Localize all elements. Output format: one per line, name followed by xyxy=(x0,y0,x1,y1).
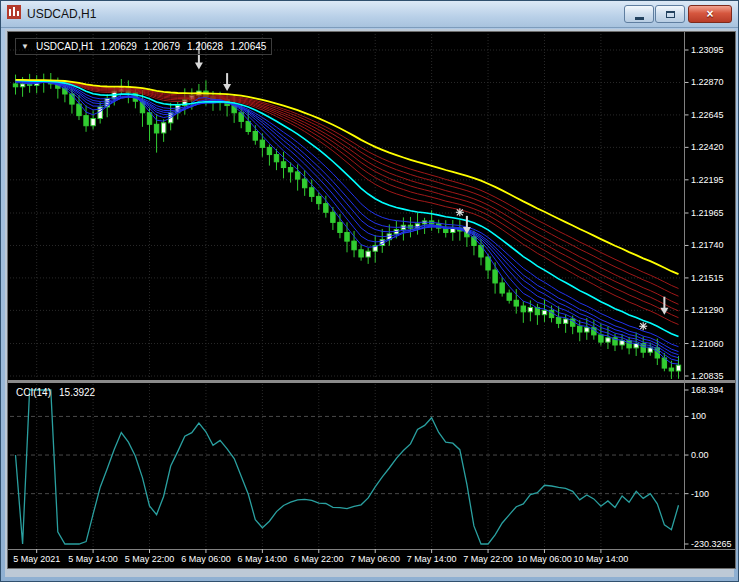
chart-icon xyxy=(7,5,21,23)
close-button[interactable]: × xyxy=(688,5,732,23)
fast-ema-band xyxy=(16,81,679,352)
price-axis-label: 1.21515 xyxy=(691,273,724,283)
fast-ema-band xyxy=(16,82,679,361)
cci-axis: 168.3941000.00-100-230.3265 xyxy=(10,385,732,549)
price-axis-label: 1.22645 xyxy=(691,110,724,120)
cci-name: CCI(14) xyxy=(16,387,51,398)
info-close: 1.20645 xyxy=(230,41,266,52)
info-open: 1.20629 xyxy=(101,41,137,52)
cci-axis-label: 0.00 xyxy=(691,450,709,460)
sell-arrow-icon xyxy=(663,297,665,309)
minimize-button[interactable] xyxy=(624,5,654,23)
close-icon: × xyxy=(706,8,713,20)
window: USDCAD,H1 × 1.230951.228701.226451.22420… xyxy=(0,0,739,582)
price-axis-label: 1.21060 xyxy=(691,339,724,349)
time-axis-label: 6 May 14:00 xyxy=(238,554,288,564)
chart-client: 1.230951.228701.226451.224201.221951.219… xyxy=(5,29,734,577)
sell-arrow-icon xyxy=(226,73,228,85)
time-axis-label: 5 May 14:00 xyxy=(68,554,118,564)
fast-ema-band xyxy=(16,81,679,347)
price-axis: 1.230951.228701.226451.224201.221951.219… xyxy=(685,45,724,381)
time-axis: 5 May 20215 May 14:005 May 22:006 May 06… xyxy=(13,549,628,564)
price-axis-label: 1.21740 xyxy=(691,240,724,250)
minimize-icon xyxy=(635,17,644,20)
sell-arrow-icon xyxy=(466,216,468,228)
window-title: USDCAD,H1 xyxy=(27,7,96,21)
fast-ema-band xyxy=(16,81,679,355)
time-axis-label: 10 May 14:00 xyxy=(574,554,629,564)
ohlc-info: ▼ USDCAD,H1 1.20629 1.20679 1.20628 1.20… xyxy=(15,38,272,55)
cci-line xyxy=(16,390,679,544)
cci-axis-label: -100 xyxy=(691,489,709,499)
one-click-arrow-icon[interactable]: ▼ xyxy=(21,42,29,51)
info-high: 1.20679 xyxy=(144,41,180,52)
maximize-icon xyxy=(666,11,675,18)
time-axis-label: 7 May 14:00 xyxy=(407,554,457,564)
window-controls: × xyxy=(624,5,732,23)
title-bar[interactable]: USDCAD,H1 × xyxy=(1,1,738,28)
cci-axis-label: -230.3265 xyxy=(691,539,732,549)
cci-axis-label: 168.394 xyxy=(691,385,724,395)
slow-ema-band xyxy=(16,80,679,304)
time-axis-label: 7 May 22:00 xyxy=(463,554,513,564)
cci-value: 15.3922 xyxy=(59,387,95,398)
slow-ema-band xyxy=(16,80,679,289)
price-axis-label: 1.21965 xyxy=(691,208,724,218)
price-axis-label: 1.21290 xyxy=(691,305,724,315)
maximize-button[interactable] xyxy=(655,5,685,23)
time-axis-label: 7 May 06:00 xyxy=(350,554,400,564)
mid-ema xyxy=(16,80,679,336)
price-axis-label: 1.22420 xyxy=(691,142,724,152)
price-axis-label: 1.22195 xyxy=(691,175,724,185)
price-chart-svg[interactable]: 1.230951.228701.226451.224201.221951.219… xyxy=(8,32,735,568)
time-axis-label: 5 May 2021 xyxy=(13,554,60,564)
time-axis-label: 6 May 22:00 xyxy=(294,554,344,564)
time-axis-label: 5 May 22:00 xyxy=(125,554,175,564)
price-axis-label: 1.20835 xyxy=(691,371,724,381)
chart-area[interactable]: 1.230951.228701.226451.224201.221951.219… xyxy=(7,31,736,569)
price-axis-label: 1.23095 xyxy=(691,45,724,55)
info-low: 1.20628 xyxy=(187,41,223,52)
price-axis-label: 1.22870 xyxy=(691,77,724,87)
pane-separator xyxy=(8,380,735,383)
ma-layer xyxy=(16,80,679,364)
cci-axis-label: 100 xyxy=(691,411,706,421)
slow-ema-band xyxy=(16,80,679,318)
time-axis-label: 10 May 06:00 xyxy=(517,554,572,564)
slow-ema-band xyxy=(16,80,679,324)
cci-label: CCI(14) 15.3922 xyxy=(16,387,95,398)
time-axis-label: 6 May 06:00 xyxy=(181,554,231,564)
info-symbol: USDCAD,H1 xyxy=(36,41,94,52)
